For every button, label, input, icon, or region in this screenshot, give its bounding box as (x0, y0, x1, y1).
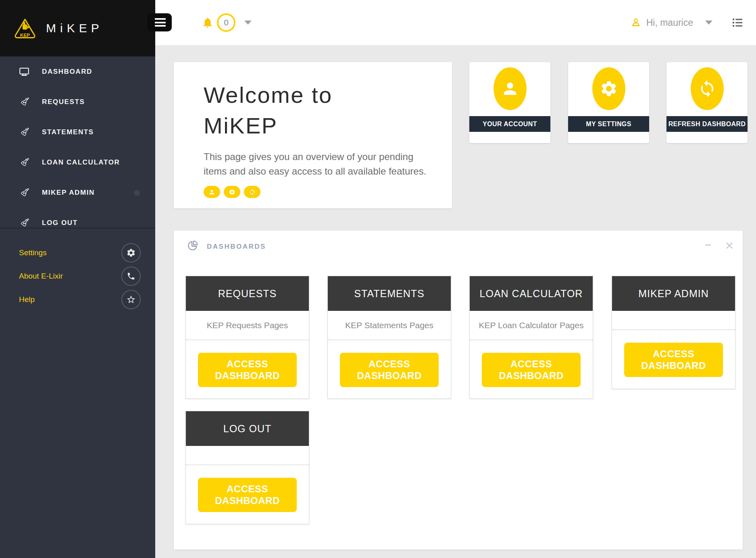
dashboard-card-mikep-admin: MIKEP ADMIN ACCESS DASHBOARD (612, 276, 735, 389)
pie-chart-icon (187, 239, 199, 252)
dashboard-card-title: REQUESTS (186, 276, 309, 311)
access-dashboard-button[interactable]: ACCESS DASHBOARD (482, 353, 581, 387)
dashboard-card-subtitle: KEP Requests Pages (186, 311, 309, 340)
user-greeting[interactable]: Hi, maurice (646, 17, 693, 28)
notification-dot (134, 190, 140, 196)
monitor-icon (18, 66, 31, 77)
sidebar-item-log-out[interactable]: LOG OUT (0, 208, 155, 238)
dashboard-card-title: LOG OUT (186, 411, 309, 446)
flask-icon (18, 187, 31, 198)
sidebar-menu: DASHBOARD REQUESTS (0, 56, 155, 238)
sidebar-divider (0, 228, 155, 229)
page-title: Welcome to MiKEP (204, 80, 452, 141)
dashboard-card-loan-calculator: LOAN CALCULATOR KEP Loan Calculator Page… (469, 276, 593, 399)
user-icon (630, 17, 641, 28)
settings-link-label: Settings (19, 248, 47, 257)
minimize-icon[interactable]: – (705, 238, 711, 251)
notification-count-badge[interactable]: 0 (217, 13, 235, 32)
sidebar: KEP MiKEP DASHBOARD (0, 0, 155, 558)
sidebar-item-requests[interactable]: REQUESTS (0, 87, 155, 117)
phone-icon[interactable] (121, 267, 141, 286)
access-dashboard-button[interactable]: ACCESS DASHBOARD (624, 343, 723, 377)
help-link-label: Help (19, 295, 35, 304)
panel-title: DASHBOARDS (207, 243, 266, 251)
flask-icon (18, 157, 31, 168)
dashboard-card-title: MIKEP ADMIN (612, 276, 735, 311)
gear-icon[interactable] (121, 243, 141, 262)
access-dashboard-button[interactable]: ACCESS DASHBOARD (340, 353, 439, 387)
dashboard-card-subtitle: KEP Statements Pages (328, 311, 451, 340)
my-settings-card[interactable]: MY SETTINGS (568, 62, 649, 143)
bell-icon (202, 17, 214, 29)
welcome-card: Welcome to MiKEP This page gives you an … (174, 62, 452, 208)
account-pill-button[interactable] (204, 186, 220, 198)
welcome-description: This page gives you an overview of your … (204, 150, 431, 179)
access-dashboard-button[interactable]: ACCESS DASHBOARD (198, 478, 297, 512)
dashboard-card-title: STATEMENTS (328, 276, 451, 311)
notifications-control[interactable]: 0 (202, 0, 252, 45)
sidebar-item-statements[interactable]: STATEMENTS (0, 117, 155, 147)
card-label: REFRESH DASHBOARD (666, 116, 748, 132)
dashboard-card-requests: REQUESTS KEP Requests Pages ACCESS DASHB… (185, 276, 309, 399)
sidebar-item-label: MIKEP ADMIN (42, 189, 95, 197)
sidebar-item-label: STATEMENTS (42, 128, 94, 136)
hamburger-icon (155, 18, 166, 20)
sidebar-link-help[interactable]: Help (0, 288, 155, 311)
user-area: Hi, maurice (630, 0, 744, 45)
flask-icon (18, 127, 31, 137)
dashboard-card-subtitle (612, 311, 735, 330)
dashboard-card-log-out: LOG OUT ACCESS DASHBOARD (185, 411, 309, 524)
welcome-quick-actions (204, 186, 260, 198)
dashboard-card-title: LOAN CALCULATOR (470, 276, 593, 311)
dashboard-card-subtitle: KEP Loan Calculator Pages (470, 311, 593, 340)
access-dashboard-button[interactable]: ACCESS DASHBOARD (198, 353, 297, 387)
logo-header[interactable]: KEP MiKEP (0, 0, 155, 56)
hamburger-menu-button[interactable] (147, 13, 172, 31)
dashboards-panel: DASHBOARDS – ✕ REQUESTS KEP Requests Pag… (174, 231, 743, 550)
gear-icon (592, 67, 625, 110)
sidebar-item-label: LOAN CALCULATOR (42, 158, 120, 167)
sidebar-item-dashboard[interactable]: DASHBOARD (0, 56, 155, 87)
brand-name: MiKEP (46, 21, 103, 35)
flask-icon (18, 217, 31, 228)
sidebar-item-label: LOG OUT (42, 219, 78, 227)
chevron-down-icon[interactable] (705, 21, 712, 25)
sidebar-item-mikep-admin[interactable]: MIKEP ADMIN (0, 177, 155, 208)
sidebar-item-label: REQUESTS (42, 98, 85, 106)
card-label: YOUR ACCOUNT (469, 116, 550, 132)
chevron-down-icon[interactable] (244, 21, 252, 25)
dashboard-card-statements: STATEMENTS KEP Statements Pages ACCESS D… (327, 276, 451, 399)
person-icon (494, 67, 527, 110)
settings-pill-button[interactable] (224, 186, 240, 198)
svg-text:KEP: KEP (20, 32, 30, 38)
your-account-card[interactable]: YOUR ACCOUNT (469, 62, 550, 143)
close-icon[interactable]: ✕ (725, 239, 734, 252)
star-icon[interactable] (121, 290, 141, 309)
about-link-label: About E-Lixir (19, 272, 63, 281)
refresh-icon (691, 67, 724, 110)
flask-icon (18, 96, 31, 107)
list-menu-icon[interactable] (731, 16, 744, 29)
sidebar-item-label: DASHBOARD (42, 68, 92, 76)
kep-logo-icon: KEP (14, 17, 36, 39)
dashboard-card-subtitle (186, 446, 309, 465)
sidebar-utility: Settings About E-Lixir Help (0, 241, 155, 311)
refresh-dashboard-card[interactable]: REFRESH DASHBOARD (666, 62, 748, 143)
sidebar-item-loan-calculator[interactable]: LOAN CALCULATOR (0, 147, 155, 177)
refresh-pill-button[interactable] (244, 186, 260, 198)
card-label: MY SETTINGS (568, 116, 649, 132)
sidebar-link-settings[interactable]: Settings (0, 241, 155, 264)
sidebar-link-about[interactable]: About E-Lixir (0, 264, 155, 288)
